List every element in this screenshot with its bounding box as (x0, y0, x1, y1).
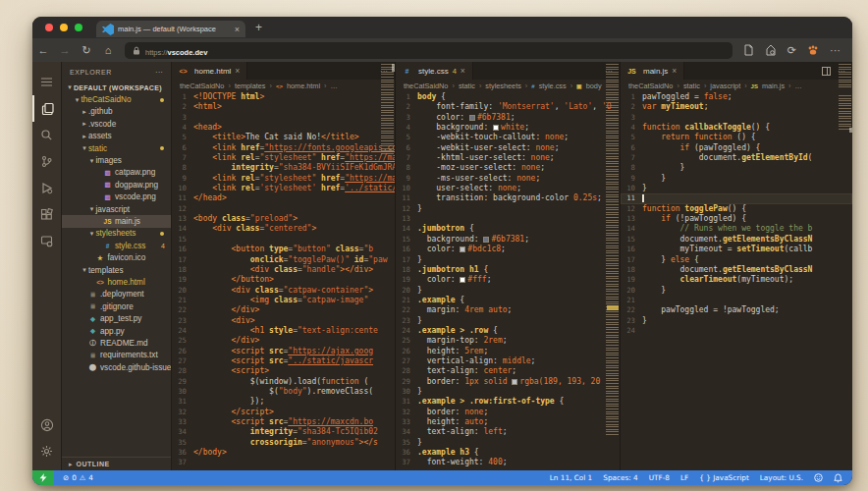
zoom-window-button[interactable] (75, 24, 82, 31)
close-window-button[interactable] (45, 24, 53, 31)
settings-gear-icon[interactable] (32, 438, 62, 464)
code-line[interactable]: 25 </div> (172, 336, 395, 346)
remote-indicator[interactable] (32, 470, 54, 485)
run-debug-icon[interactable] (32, 175, 62, 201)
code-line[interactable]: 3 (172, 113, 395, 123)
tree-item-favicon-ico[interactable]: ★favicon.ico (62, 251, 171, 263)
code-line[interactable]: 21.example { (396, 296, 620, 305)
new-tab-button[interactable]: + (255, 21, 262, 34)
code-line[interactable]: 11 (621, 193, 852, 203)
code-line[interactable]: 7 <link rel="stylesheet" href="https://m… (172, 153, 395, 163)
code-line[interactable]: 6 <link href="https://fonts.googleapis.c… (172, 143, 395, 153)
code-line[interactable]: 16 color: #bdc1c8; (396, 245, 620, 254)
code-line[interactable]: 22 margin: 4rem auto; (396, 305, 620, 315)
tree-item--gitignore[interactable]: ≣.gitignore (62, 300, 171, 312)
code-line[interactable]: 5 return function () { (621, 133, 852, 142)
breadcrumb-item[interactable]: style.css (539, 82, 567, 90)
breadcrumb-item[interactable]: static (683, 82, 700, 90)
code-line[interactable]: 33 <script src="https://maxcdn.bo (172, 417, 395, 427)
tree-item-main-js[interactable]: JSmain.js (62, 215, 171, 227)
status-item-lf[interactable]: LF (680, 473, 688, 482)
code-line[interactable]: 19 </button> (172, 275, 395, 285)
code-line[interactable]: 18 <div class="handle"></div> (172, 265, 395, 275)
code-line[interactable]: 13<body class="preload"> (172, 214, 395, 224)
code-line[interactable]: 19 clearTimeout(myTimeout); (621, 275, 852, 285)
code-line[interactable]: 18.jumbotron h1 { (396, 265, 620, 275)
extensions-icon[interactable] (32, 201, 62, 228)
code-line[interactable]: 20 } (621, 286, 852, 296)
code-line[interactable]: 8 } (621, 163, 852, 173)
tree-item-static[interactable]: ▾static (62, 142, 171, 154)
code-line[interactable]: 14 // Runs when we toggle the b (621, 224, 852, 234)
code-line[interactable]: 35} (396, 438, 620, 448)
code-line[interactable]: 11</head> (172, 193, 395, 203)
code-line[interactable]: 28 text-align: center; (396, 366, 620, 376)
tree-item-requirements-txt[interactable]: ≣requirements.txt (62, 350, 171, 361)
code-line[interactable]: 8 -moz-user-select: none; (396, 163, 620, 173)
breadcrumb-item[interactable]: templates (235, 82, 266, 90)
code-line[interactable]: 20 <div class="catpaw-container"> (172, 286, 395, 296)
code-line[interactable]: 24.example > .row { (396, 326, 620, 336)
code-line[interactable]: 10} (621, 184, 852, 193)
status-item-ln-11-col-1[interactable]: Ln 11, Col 1 (550, 473, 592, 482)
code-line[interactable]: 34 text-align: left; (396, 427, 620, 437)
code-line[interactable]: 22 </div> (172, 305, 395, 315)
code-line[interactable]: 30} (396, 387, 620, 397)
status-item-layout-u-s-[interactable]: Layout: U.S. (760, 473, 803, 482)
breadcrumb-item[interactable]: body (586, 82, 602, 90)
tree-item-style-css[interactable]: #style.css4 (62, 240, 171, 251)
code-line[interactable]: 36.example h3 { (396, 448, 620, 458)
tree-item-thecatsaidno[interactable]: ▾theCatSaidNo (62, 93, 171, 105)
breadcrumb-item[interactable]: javascript (710, 82, 740, 90)
split-editor-icon[interactable] (822, 67, 831, 76)
close-tab-icon[interactable]: × (461, 66, 465, 76)
tab-style-css[interactable]: #style.css4× (396, 62, 473, 80)
breadcrumb-item[interactable]: theCatSaidNo (180, 82, 224, 90)
problems-indicator[interactable]: ⊘ 0 ⚠ 4 (63, 473, 93, 482)
code-line[interactable]: 19 color: #fff; (396, 275, 620, 285)
tree-item-stylesheets[interactable]: ▾stylesheets (62, 228, 171, 240)
code-line[interactable]: 11 transition: background-color 0.25s; (396, 193, 620, 203)
home-icon[interactable]: ⌂ (97, 44, 119, 56)
close-tab-icon[interactable]: × (235, 25, 240, 34)
source-control-icon[interactable] (32, 148, 62, 175)
back-icon[interactable]: ← (32, 44, 54, 56)
code-line[interactable]: 2var myTimeout; (621, 102, 852, 112)
code-line[interactable]: 12 (172, 204, 395, 214)
tree-item-app-py[interactable]: ◆app.py (62, 325, 171, 337)
close-tab-icon[interactable]: × (672, 66, 677, 76)
code-line[interactable]: 17 } else { (621, 255, 852, 265)
code-line[interactable]: 22 pawToggled = !pawToggled; (621, 305, 852, 315)
code-line[interactable]: 26 <script src="https://ajax.goog (172, 347, 395, 356)
breadcrumb-item[interactable]: theCatSaidNo (404, 82, 448, 90)
code-line[interactable]: 29 $(window).load(function ( (172, 377, 395, 387)
tree-item-vscode-png[interactable]: ▨vscode.png (62, 191, 171, 203)
code-line[interactable]: 27 <script src="../static/javascr (172, 356, 395, 366)
tree-item--vscode[interactable]: ▸.vscode (62, 118, 171, 130)
code-line[interactable]: 15 document.getElementsByClassN (621, 235, 852, 245)
code-line[interactable]: 9 -ms-user-select: none; (396, 174, 620, 184)
code-line[interactable]: 32 </script> (172, 408, 395, 417)
code-line[interactable]: 10 <link rel='stylesheet' href='../stati… (172, 184, 395, 193)
code-line[interactable]: 16 <button type="button" class="b (172, 245, 395, 254)
code-line[interactable]: 5 -webkit-touch-callout: none; (396, 133, 620, 142)
code-line[interactable]: 20} (396, 286, 620, 296)
code-line[interactable]: 14 <div class="centered"> (172, 224, 395, 234)
tree-item-vscode-github-issues[interactable]: ⬤vscode.github-issues (62, 361, 171, 373)
code-line[interactable]: 21 <img class="catpaw-image" (172, 296, 395, 305)
code-line[interactable]: 33 height: auto; (396, 417, 620, 427)
tree-item--github[interactable]: ▸.github (62, 106, 171, 118)
code-line[interactable]: 23 <div> (172, 316, 395, 326)
code-line[interactable]: 3 (621, 113, 852, 123)
shield-settings-icon[interactable] (765, 44, 777, 56)
code-line[interactable]: 6 if (pawToggled) { (621, 143, 852, 153)
code-line[interactable]: 24 <h1 style="text-align:cente (172, 326, 395, 336)
explorer-view-icon[interactable] (32, 95, 62, 122)
code-line[interactable]: 5 <title>The Cat said No!</title> (172, 133, 395, 142)
code-line[interactable]: 9 <link rel="stylesheet" href="https://m… (172, 174, 395, 184)
close-tab-icon[interactable]: × (235, 66, 240, 76)
breadcrumb-item[interactable]: main.js (762, 82, 785, 90)
outline-section[interactable]: ▸ OUTLINE (62, 457, 171, 470)
code-line[interactable]: 9 } (621, 174, 852, 184)
browser-overflow-icon[interactable]: ··· (830, 44, 841, 56)
